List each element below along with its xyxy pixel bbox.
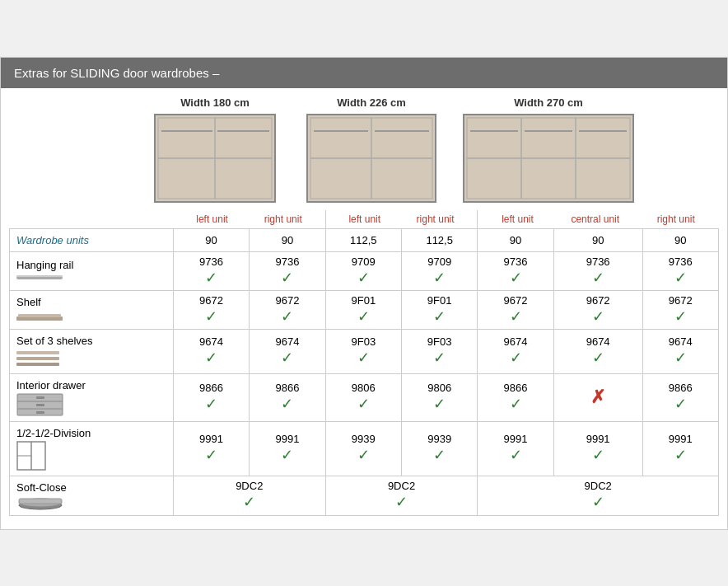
- shelf-icon: [16, 310, 63, 323]
- wardrobe-180-img: [153, 113, 277, 204]
- size-180-left: 90: [173, 228, 249, 251]
- data-table: left unit right unit left unit right uni…: [9, 210, 719, 516]
- set-of-3-shelves-row: Set of 3 shelves 9674✓ 9674✓ 9F03✓ 9F03✓: [10, 329, 719, 373]
- images-area: Width 180 cm: [9, 96, 719, 204]
- division-row: 1/2-1/2-Division 9991✓ 9991✓ 9939✓ 9939✓: [10, 421, 719, 476]
- shelves-label: Set of 3 shelves: [16, 335, 166, 347]
- hanging-rail-label: Hanging rail: [16, 259, 166, 271]
- rail-180-right: 9736✓: [250, 251, 325, 290]
- rail-270-left: 9736✓: [478, 251, 553, 290]
- softclose-icon: [16, 495, 64, 510]
- shelf-180-right: 9672✓: [250, 290, 325, 329]
- size-270-left: 90: [478, 228, 553, 251]
- wardrobe-units-row: Wardrobe units 90 90 112,5 112,5 90 90 9…: [10, 228, 719, 251]
- drawer-270-left: 9866✓: [478, 373, 553, 421]
- drawer-label: Interior drawer: [16, 379, 166, 391]
- unit-header-270-right: right unit: [657, 213, 695, 225]
- shelf-226-left: 9F01✓: [325, 290, 401, 329]
- drawer-270-right: 9866✓: [642, 373, 718, 421]
- shelves-270-right: 9674✓: [642, 329, 718, 373]
- unit-header-row: left unit right unit left unit right uni…: [10, 210, 719, 229]
- unit-header-270-central: central unit: [571, 213, 619, 225]
- shelf-row: Shelf 9672✓ 9672✓ 9F01✓ 9F01✓ 9672✓ 9: [10, 290, 719, 329]
- drawer-180-left: 9866✓: [173, 373, 249, 421]
- drawer-180-right: 9866✓: [250, 373, 325, 421]
- size-180-right: 90: [250, 228, 325, 251]
- shelf-270-left: 9672✓: [478, 290, 553, 329]
- unit-header-270-left: left unit: [502, 213, 534, 225]
- softclose-270: 9DC2 ✓: [478, 476, 719, 515]
- shelf-226-right: 9F01✓: [402, 290, 478, 329]
- wardrobe-270-img: [462, 113, 635, 204]
- soft-close-row: Soft-Close 9DC2 ✓: [10, 476, 719, 515]
- shelf-label: Shelf: [16, 296, 166, 308]
- drawer-226-right: 9806✓: [402, 373, 478, 421]
- unit-header-180-right: right unit: [264, 213, 302, 225]
- rail-270-right: 9736✓: [642, 251, 718, 290]
- softclose-180: 9DC2 ✓: [173, 476, 325, 515]
- shelves-180-left: 9674✓: [173, 329, 249, 373]
- shelf-270-right: 9672✓: [642, 290, 718, 329]
- division-180-right: 9991✓: [250, 421, 325, 476]
- division-label-content: 1/2-1/2-Division: [16, 427, 166, 471]
- softclose-226: 9DC2 ✓: [325, 476, 478, 515]
- softclose-label: Soft-Close: [16, 481, 166, 494]
- rail-226-right: 9709✓: [402, 251, 478, 290]
- size-270-central: 90: [553, 228, 642, 251]
- shelves-270-central: 9674✓: [553, 329, 642, 373]
- category-label: Wardrobe units: [16, 234, 89, 246]
- width-180-label: Width 180 cm: [180, 96, 250, 109]
- shelves-180-right: 9674✓: [250, 329, 325, 373]
- size-226-left: 112,5: [325, 228, 401, 251]
- content-area: Width 180 cm: [1, 88, 727, 529]
- shelves-270-left: 9674✓: [478, 329, 553, 373]
- drawer-icon: [16, 393, 64, 416]
- shelf-label-content: Shelf: [16, 296, 166, 323]
- width-180-group: Width 180 cm: [137, 96, 293, 204]
- division-270-left: 9991✓: [478, 421, 553, 476]
- division-226-right: 9939✓: [402, 421, 478, 476]
- unit-header-226-left: left unit: [348, 213, 380, 225]
- shelf-270-central: 9672✓: [553, 290, 642, 329]
- svg-rect-29: [16, 357, 59, 360]
- drawer-226-left: 9806✓: [325, 373, 401, 421]
- size-270-right: 90: [642, 228, 718, 251]
- shelves-icon: [16, 349, 66, 368]
- width-270-group: Width 270 cm: [450, 96, 647, 204]
- width-270-label: Width 270 cm: [514, 96, 583, 109]
- svg-rect-36: [36, 411, 44, 414]
- rail-226-left: 9709✓: [325, 251, 401, 290]
- header-title: Extras for SLIDING door wardrobes –: [14, 66, 219, 80]
- drawer-270-central: ✗: [553, 373, 642, 421]
- unit-header-226-right: right unit: [417, 213, 455, 225]
- svg-rect-42: [19, 499, 62, 504]
- svg-rect-35: [36, 404, 44, 406]
- division-180-left: 9991✓: [173, 421, 249, 476]
- hanging-rail-label-content: Hanging rail: [16, 259, 166, 283]
- svg-rect-25: [16, 275, 63, 277]
- division-label: 1/2-1/2-Division: [16, 427, 166, 439]
- svg-rect-28: [16, 351, 59, 354]
- rail-icon: [16, 273, 63, 283]
- interior-drawer-row: Interior drawer 986: [10, 373, 719, 421]
- hanging-rail-row: Hanging rail 9736✓ 9736✓ 9709✓ 9709✓ 973…: [10, 251, 719, 290]
- rail-270-central: 9736✓: [553, 251, 642, 290]
- shelves-label-content: Set of 3 shelves: [16, 335, 166, 368]
- svg-rect-34: [36, 396, 44, 399]
- division-icon: [16, 441, 46, 471]
- shelves-226-left: 9F03✓: [325, 329, 401, 373]
- division-270-right: 9991✓: [642, 421, 718, 476]
- svg-rect-30: [16, 363, 59, 366]
- wardrobe-226-img: [306, 113, 437, 204]
- width-226-group: Width 226 cm: [293, 96, 450, 204]
- width-226-label: Width 226 cm: [337, 96, 406, 109]
- rail-180-left: 9736✓: [173, 251, 249, 290]
- size-226-right: 112,5: [402, 228, 478, 251]
- division-270-central: 9991✓: [553, 421, 642, 476]
- main-container: Extras for SLIDING door wardrobes – Widt…: [0, 57, 728, 530]
- svg-rect-27: [18, 314, 61, 317]
- shelf-180-left: 9672✓: [173, 290, 249, 329]
- shelves-226-right: 9F03✓: [402, 329, 478, 373]
- page-header: Extras for SLIDING door wardrobes –: [1, 58, 727, 88]
- drawer-label-content: Interior drawer: [16, 379, 166, 416]
